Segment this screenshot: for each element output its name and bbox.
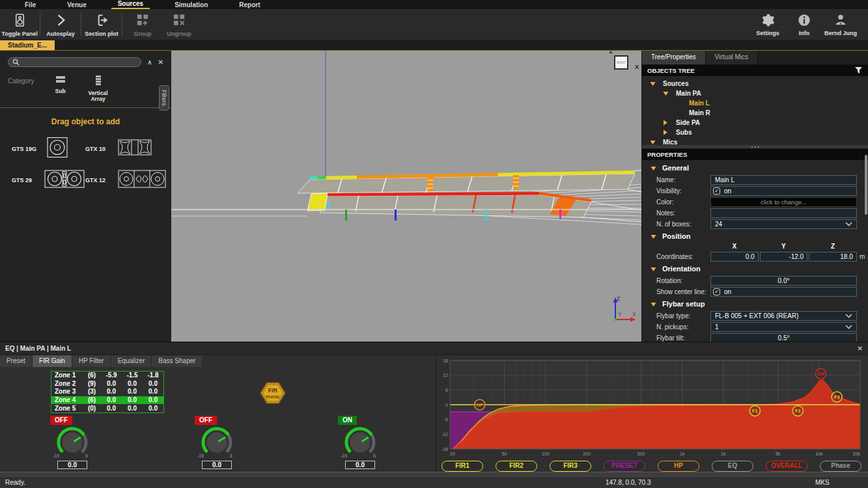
channel-state-badge[interactable]: OFF [195, 416, 217, 425]
eq-tab-equalizer[interactable]: Equalizer [111, 355, 152, 367]
dropdown-field[interactable]: 1 [710, 322, 857, 332]
tree-node-mics[interactable]: Mics [642, 137, 868, 144]
curve-button-overall[interactable]: OVERALL [766, 461, 807, 472]
curve-button-fir1[interactable]: FIR1 [441, 461, 483, 472]
chevron-right-icon[interactable] [662, 120, 669, 126]
coordinate-field-x[interactable]: 0.0 [710, 252, 759, 262]
eq-tab-preset[interactable]: Preset [0, 355, 33, 367]
speaker-item-gtx12[interactable]: GTX 12 [85, 170, 166, 191]
toolbar-button-section-plot[interactable]: Section plot [83, 9, 120, 40]
menu-item-venue[interactable]: Venue [61, 1, 92, 9]
curve-button-phase[interactable]: Phase [820, 461, 861, 472]
close-search-icon[interactable]: ✕ [158, 59, 163, 66]
curve-button-fir2[interactable]: FIR2 [496, 461, 537, 472]
property-section-orientation[interactable]: Orientation [642, 262, 868, 275]
channel-state-badge[interactable]: OFF [50, 416, 72, 425]
curve-button-preset[interactable]: PRESET [604, 461, 645, 472]
text-field[interactable]: Main L [710, 175, 857, 185]
eq-tab-bass-shaper[interactable]: Bass Shaper [152, 355, 203, 367]
tree-node-main-l[interactable]: Main L [642, 98, 868, 108]
curve-button-hp[interactable]: HP [658, 461, 699, 472]
checkbox-icon[interactable]: ✓ [713, 187, 720, 195]
dropdown-field[interactable]: 24 [710, 219, 857, 229]
speaker-item-gtx10[interactable]: GTX 10 [85, 137, 166, 161]
checkbox-field[interactable]: ✓on [710, 186, 857, 196]
chevron-down-icon[interactable] [651, 298, 656, 310]
toolbar-button-autosplay[interactable]: Autosplay [42, 9, 79, 40]
category-sub[interactable]: Sub [46, 75, 75, 102]
zone-row[interactable]: Zone 3(3)0.00.00.0 [51, 388, 163, 396]
curve-button-eq[interactable]: EQ [712, 461, 753, 472]
speaker-item-gts19g[interactable]: GTS 19G [12, 137, 85, 161]
chevron-down-icon[interactable] [649, 81, 656, 87]
menu-item-simulation[interactable]: Simulation [168, 1, 214, 9]
property-section-flybar-setup[interactable]: Flybar setup [642, 297, 868, 310]
zone-row[interactable]: Zone 5(0)0.00.00.0 [51, 404, 163, 413]
chevron-down-icon[interactable] [651, 162, 656, 174]
coordinate-axis-header: XYZ [710, 243, 857, 251]
menu-item-file[interactable]: File [18, 1, 42, 9]
text-field[interactable] [710, 208, 857, 218]
toolbar-button-settings[interactable]: Settings [749, 9, 786, 40]
value-field[interactable]: 0.5° [710, 333, 857, 342]
svg-text:-15: -15 [197, 454, 204, 458]
viewport-3d[interactable]: RIGHT Z X Z X Y [171, 51, 641, 342]
tab-virtual-mics[interactable]: Virtual Mics [706, 51, 759, 64]
property-section-general[interactable]: General [642, 161, 868, 174]
property-section-position[interactable]: Position [642, 230, 868, 243]
coordinate-field-y[interactable]: -12.0 [760, 252, 808, 262]
gts29 [44, 170, 85, 191]
tree-node-sources[interactable]: Sources [642, 79, 868, 88]
eq-tab-hp-filter[interactable]: HP Filter [72, 355, 111, 367]
chevron-down-icon[interactable] [649, 140, 656, 145]
toolbar-button-info[interactable]: Info [786, 9, 822, 40]
gain-knob[interactable]: -156 [42, 425, 102, 460]
knob-value-field[interactable]: 0.0 [57, 461, 87, 469]
chevron-down-icon[interactable] [651, 263, 656, 275]
document-tab[interactable]: Stadium_E... [0, 40, 55, 50]
resize-grip[interactable] [0, 472, 868, 478]
knob-value-field[interactable]: 0.0 [202, 461, 232, 469]
eq-tab-fir-gain[interactable]: FIR Gain [33, 355, 72, 367]
svg-text:10k: 10k [815, 452, 823, 456]
zone-gain-table[interactable]: Zone 1(6)-5.9-1.5-1.8Zone 2(9)0.00.00.0Z… [51, 371, 164, 413]
svg-text:200: 200 [583, 452, 591, 456]
zone-row[interactable]: Zone 1(6)-5.9-1.5-1.8 [51, 372, 163, 380]
tree-node-subs[interactable]: Subs [642, 128, 868, 137]
menu-item-sources[interactable]: Sources [111, 0, 150, 9]
knob-value-field[interactable]: 0.0 [345, 461, 375, 469]
toolbar-button-bernd-jung[interactable]: Bernd Jung [822, 9, 859, 40]
tree-node-main-r[interactable]: Main R [642, 108, 868, 118]
toolbar-button-toggle-panel[interactable]: Toggle Panel [1, 9, 38, 40]
close-panel-icon[interactable]: ✕ [858, 346, 863, 352]
gain-knob[interactable]: -156 [187, 425, 247, 460]
tab-tree-properties[interactable]: Tree/Properties [642, 51, 706, 64]
value-field[interactable]: 0.0° [710, 276, 857, 286]
menu-item-report[interactable]: Report [232, 1, 266, 9]
chevron-down-icon[interactable] [651, 230, 656, 242]
dropdown-field[interactable]: FL-B 005 + EXT 006 (REAR) [710, 311, 857, 321]
zone-row[interactable]: Zone 2(9)0.00.00.0 [51, 380, 163, 388]
chevron-down-icon[interactable] [662, 91, 669, 96]
collapse-icon[interactable]: ∧ [147, 59, 152, 66]
checkbox-field[interactable]: ✓on [710, 287, 857, 297]
filter-funnel-icon[interactable] [854, 65, 863, 77]
chevron-right-icon[interactable] [662, 129, 669, 135]
category-vertical-array[interactable]: Vertical Array [84, 75, 113, 102]
curve-button-fir3[interactable]: FIR3 [550, 461, 591, 472]
tree-node-side-pa[interactable]: Side PA [642, 118, 868, 128]
speaker-item-gts29[interactable]: GTS 29 [12, 170, 85, 191]
gain-knob[interactable]: -156 [330, 425, 390, 460]
search-input[interactable] [8, 57, 141, 67]
checkbox-icon[interactable]: ✓ [713, 288, 720, 295]
color-field[interactable]: click to change... [710, 197, 857, 207]
tree-node-main-pa[interactable]: Main PA [642, 88, 868, 98]
eq-response-chart[interactable]: HPF1F2OVF3181260-6-12-1820501002005001k2… [440, 357, 863, 457]
coordinate-field-z[interactable]: 18.0 [809, 252, 857, 262]
scrollbar-thumb[interactable] [865, 155, 867, 215]
filters-button[interactable]: Filters [159, 85, 169, 111]
orientation-cube[interactable]: RIGHT [614, 55, 628, 70]
zone-row[interactable]: Zone 4(6)0.00.00.0 [51, 396, 163, 405]
channel-state-badge[interactable]: ON [338, 416, 357, 425]
panel-splitter[interactable] [642, 144, 868, 149]
